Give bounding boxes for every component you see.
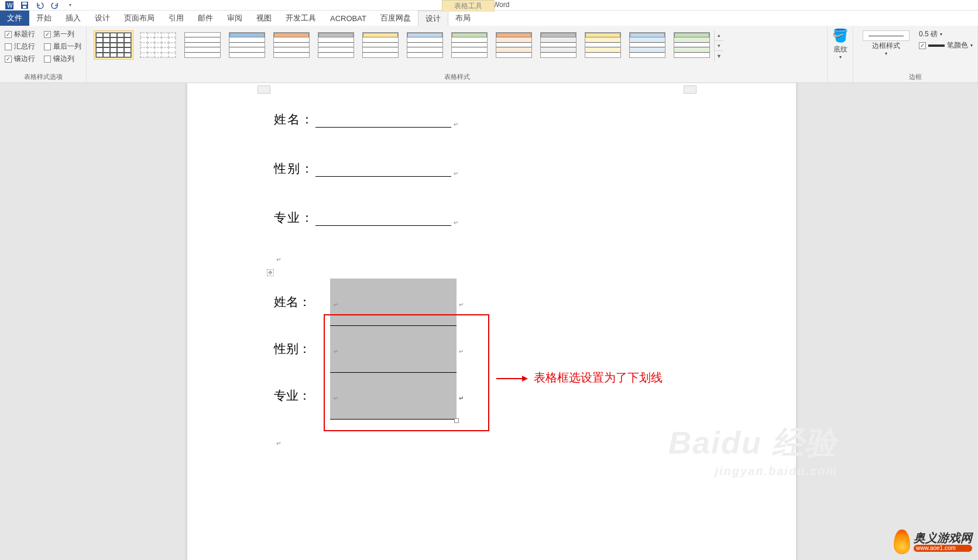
cell-mark-icon: ↵ xyxy=(334,395,338,401)
form-table[interactable]: 姓名：↵ ↵↵ 性别：↵ ↵↵ 专业：↵ ↵↵ xyxy=(274,279,457,420)
page[interactable]: 姓名：↵ 性别：↵ 专业：↵ ↵ ✥ 姓名：↵ ↵↵ 性别：↵ ↵↵ 专业：↵ … xyxy=(187,83,796,560)
cell-mark-icon: ↵ xyxy=(459,301,464,308)
table-resize-handle-icon[interactable] xyxy=(454,418,459,423)
pen-color-button[interactable]: ✓ 笔颜色 ▾ xyxy=(919,40,973,50)
opt-total-row[interactable]: 汇总行 xyxy=(5,42,36,51)
form-underline-block: 姓名：↵ 性别：↵ 专业：↵ xyxy=(274,111,458,259)
table-style-thumb[interactable] xyxy=(94,30,133,60)
group-label: 表格样式 xyxy=(91,71,822,83)
group-borders: 边框样式 ▾ 0.5 磅 ▾ ✓ 笔颜色 ▾ 边框 xyxy=(853,26,978,83)
opt-label: 第一列 xyxy=(53,29,74,39)
form-row: 专业：↵ xyxy=(274,209,458,226)
table-style-thumb[interactable] xyxy=(316,30,356,60)
pen-color-label: 笔颜色 xyxy=(947,40,968,50)
field-label: 姓名： xyxy=(274,111,314,128)
tab-acrobat[interactable]: ACROBAT xyxy=(323,11,373,26)
pen-color-swatch xyxy=(928,44,945,47)
field-label: 专业： xyxy=(274,209,314,226)
cell-mark-icon: ↵ xyxy=(459,395,464,401)
ribbon: ✓标题行 ✓第一列 汇总行 最后一列 ✓镶边行 镶边列 表格样式选项 xyxy=(0,26,978,83)
table-cell-selected[interactable]: ↵↵ xyxy=(330,325,457,372)
cell-mark-icon: ↵ xyxy=(334,348,338,355)
table-style-thumb[interactable] xyxy=(494,30,534,60)
border-style-label: 边框样式 xyxy=(872,41,900,51)
table-cell-label: 姓名：↵ xyxy=(274,279,330,325)
table-row: 专业：↵ ↵↵ xyxy=(274,372,457,419)
logo-title: 奥义游戏网 xyxy=(914,532,972,544)
border-weight-value: 0.5 磅 xyxy=(919,29,938,39)
opt-banded-rows[interactable]: ✓镶边行 xyxy=(5,54,36,64)
paragraph-mark-icon: ↵ xyxy=(276,440,281,446)
svg-text:W: W xyxy=(7,2,13,9)
tab-view[interactable]: 视图 xyxy=(249,11,279,26)
logo-url: www.aoe1.com xyxy=(914,545,972,552)
document-area: 姓名：↵ 性别：↵ 专业：↵ ↵ ✥ 姓名：↵ ↵↵ 性别：↵ ↵↵ 专业：↵ … xyxy=(0,83,978,560)
border-style-button[interactable]: 边框样式 ▾ xyxy=(858,28,914,56)
table-style-thumb[interactable] xyxy=(449,30,489,60)
group-table-style-options: ✓标题行 ✓第一列 汇总行 最后一列 ✓镶边行 镶边列 表格样式选项 xyxy=(0,26,87,83)
table-tools-label: 表格工具 xyxy=(442,0,495,12)
tab-developer[interactable]: 开发工具 xyxy=(279,11,323,26)
quick-access-toolbar: W ▾ xyxy=(0,1,76,10)
svg-rect-3 xyxy=(22,2,27,5)
group-label: 边框 xyxy=(858,71,973,83)
opt-first-column[interactable]: ✓第一列 xyxy=(44,29,82,39)
opt-label: 汇总行 xyxy=(14,42,35,51)
cell-mark-icon: ↵ xyxy=(334,301,338,308)
gallery-up-icon[interactable]: ▴ xyxy=(715,30,723,41)
annotation-text: 表格框选设置为了下划线 xyxy=(534,370,663,386)
tab-baidu[interactable]: 百度网盘 xyxy=(373,11,418,26)
tab-file[interactable]: 文件 xyxy=(0,11,29,26)
gallery-down-icon[interactable]: ▾ xyxy=(715,41,723,51)
undo-icon[interactable] xyxy=(34,1,46,10)
table-style-thumb[interactable] xyxy=(538,30,578,60)
flame-icon xyxy=(894,530,910,554)
tab-table-design[interactable]: 设计 xyxy=(418,11,448,26)
group-table-styles: ▴ ▾ ▼ 表格样式 xyxy=(87,26,828,83)
tab-table-layout[interactable]: 布局 xyxy=(448,11,478,26)
group-label: 表格样式选项 xyxy=(5,71,81,83)
table-style-thumb[interactable] xyxy=(627,30,667,60)
tab-home[interactable]: 开始 xyxy=(29,11,59,26)
opt-last-column[interactable]: 最后一列 xyxy=(44,42,82,51)
table-style-thumb[interactable] xyxy=(583,30,623,60)
opt-label: 标题行 xyxy=(14,29,35,39)
border-weight-combo[interactable]: 0.5 磅 ▾ xyxy=(919,29,973,39)
ribbon-tabs: 文件 开始 插入 设计 页面布局 引用 邮件 审阅 视图 开发工具 ACROBA… xyxy=(0,11,978,26)
underline xyxy=(315,176,451,177)
table-cell-selected[interactable]: ↵↵ xyxy=(330,372,457,419)
table-style-thumb[interactable] xyxy=(405,30,445,60)
tab-mailings[interactable]: 邮件 xyxy=(191,11,220,26)
word-app-icon[interactable]: W xyxy=(4,1,15,10)
redo-icon[interactable] xyxy=(49,1,61,10)
table-style-thumb[interactable] xyxy=(183,30,222,60)
save-icon[interactable] xyxy=(19,1,30,10)
paragraph-mark-icon: ↵ xyxy=(454,121,458,128)
table-move-handle-icon[interactable]: ✥ xyxy=(267,269,274,276)
shading-button[interactable]: 🪣 底纹 ▾ xyxy=(828,26,853,83)
gallery-scroll: ▴ ▾ ▼ xyxy=(714,30,723,61)
opt-header-row[interactable]: ✓标题行 xyxy=(5,29,36,39)
table-style-thumb[interactable] xyxy=(361,30,400,60)
title-bar: W ▾ 文档1 - Word 表格工具 xyxy=(0,0,978,11)
table-style-thumb[interactable] xyxy=(672,30,712,60)
qat-dropdown-icon[interactable]: ▾ xyxy=(64,1,76,10)
table-cell-label: 性别：↵ xyxy=(274,325,330,372)
gallery-more-icon[interactable]: ▼ xyxy=(715,51,723,61)
table-style-thumb[interactable] xyxy=(227,30,267,60)
tab-insert[interactable]: 插入 xyxy=(59,11,88,26)
opt-banded-columns[interactable]: 镶边列 xyxy=(44,54,82,64)
tab-design[interactable]: 设计 xyxy=(88,11,117,26)
tab-references[interactable]: 引用 xyxy=(162,11,191,26)
table-row: 姓名：↵ ↵↵ xyxy=(274,279,457,325)
annotation-arrow-icon xyxy=(496,376,528,382)
table-row: 性别：↵ ↵↵ xyxy=(274,325,457,372)
form-row: 性别：↵ xyxy=(274,160,458,177)
border-style-preview xyxy=(863,30,910,41)
opt-label: 镶边行 xyxy=(14,54,35,64)
table-cell-selected[interactable]: ↵↵ xyxy=(330,279,457,325)
tab-review[interactable]: 审阅 xyxy=(220,11,249,26)
table-style-thumb[interactable] xyxy=(138,30,178,60)
table-style-thumb[interactable] xyxy=(272,30,311,60)
tab-page-layout[interactable]: 页面布局 xyxy=(117,11,162,26)
